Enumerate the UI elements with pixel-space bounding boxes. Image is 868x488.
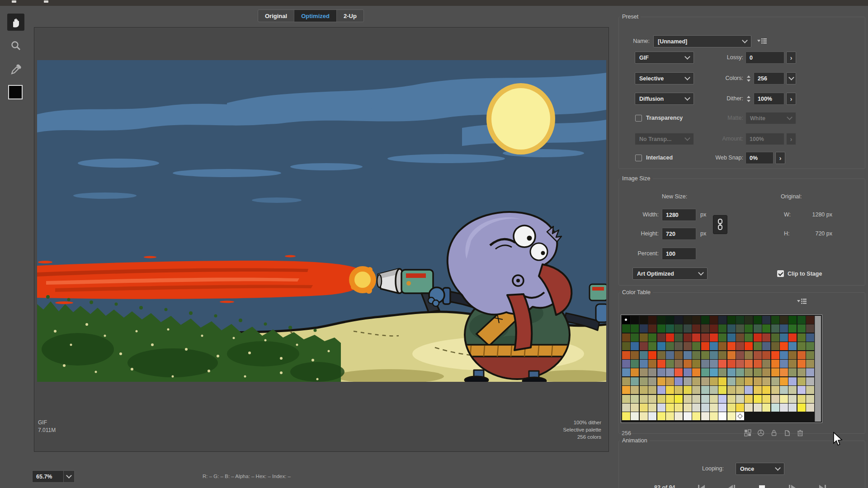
color-swatch[interactable] (675, 412, 683, 420)
color-swatch[interactable] (666, 395, 674, 403)
color-swatch[interactable] (780, 324, 788, 333)
color-swatch[interactable] (754, 368, 762, 376)
color-swatch[interactable] (648, 342, 656, 350)
color-swatch[interactable] (806, 404, 814, 412)
color-swatch[interactable] (788, 368, 797, 376)
color-swatch[interactable] (745, 342, 753, 350)
color-swatch[interactable] (710, 386, 718, 394)
dither-field[interactable]: 100% (754, 93, 784, 105)
dither-slider-button[interactable]: › (786, 93, 796, 105)
color-swatch[interactable] (666, 316, 674, 324)
color-swatch[interactable] (657, 412, 665, 420)
color-swatch[interactable] (797, 395, 806, 403)
color-swatch[interactable] (701, 395, 709, 403)
color-swatch[interactable] (762, 368, 770, 376)
color-swatch[interactable] (727, 360, 736, 368)
color-swatch[interactable] (788, 316, 797, 324)
color-swatch[interactable] (745, 386, 753, 394)
color-swatch[interactable] (771, 360, 779, 368)
color-swatch[interactable] (745, 333, 753, 342)
color-swatch[interactable] (701, 377, 709, 385)
color-swatch[interactable] (736, 404, 744, 412)
color-swatch[interactable] (727, 412, 736, 420)
color-swatch[interactable] (762, 377, 770, 385)
color-table-menu-button[interactable] (797, 298, 807, 306)
color-swatch[interactable] (657, 377, 665, 385)
color-swatch[interactable] (754, 395, 762, 403)
color-swatch[interactable] (657, 368, 665, 376)
color-swatch[interactable] (701, 386, 709, 394)
preview-canvas[interactable]: GIF 7.011M 100% dither Selective palette… (34, 27, 609, 452)
color-swatch[interactable] (684, 360, 692, 368)
stop-button[interactable] (753, 483, 771, 488)
color-swatch[interactable] (648, 351, 656, 359)
color-swatch[interactable] (684, 395, 692, 403)
color-swatch[interactable] (788, 351, 797, 359)
color-swatch[interactable] (718, 351, 726, 359)
color-swatch[interactable] (727, 404, 736, 412)
foreground-color-swatch[interactable] (8, 85, 23, 99)
color-swatch[interactable] (684, 342, 692, 350)
color-swatch[interactable] (701, 333, 709, 342)
zoom-chevron[interactable] (64, 470, 75, 483)
color-swatch[interactable] (692, 368, 700, 376)
color-swatch[interactable] (771, 368, 779, 376)
color-swatch[interactable] (701, 368, 709, 376)
color-swatch[interactable] (701, 316, 709, 324)
color-swatch[interactable] (754, 324, 762, 333)
color-swatch[interactable] (727, 316, 736, 324)
color-swatch[interactable] (622, 333, 630, 342)
color-swatch[interactable] (771, 351, 779, 359)
color-swatch[interactable] (806, 342, 814, 350)
color-swatch[interactable] (754, 360, 762, 368)
transparency-checkbox[interactable] (635, 115, 642, 122)
color-swatch[interactable] (640, 351, 648, 359)
color-swatch[interactable] (736, 395, 744, 403)
first-frame-button[interactable] (692, 483, 710, 488)
color-swatch[interactable] (631, 316, 639, 324)
color-swatch[interactable] (640, 333, 648, 342)
color-swatch[interactable] (780, 404, 788, 412)
color-swatch[interactable] (780, 395, 788, 403)
color-swatch[interactable] (762, 316, 770, 324)
color-swatch[interactable] (640, 386, 648, 394)
color-swatch[interactable] (718, 386, 726, 394)
color-swatch[interactable] (648, 386, 656, 394)
color-swatch[interactable] (797, 404, 806, 412)
color-swatch[interactable] (788, 395, 797, 403)
color-swatch[interactable] (666, 412, 674, 420)
color-swatch[interactable] (727, 342, 736, 350)
color-swatch[interactable] (692, 324, 700, 333)
color-swatch[interactable] (631, 404, 639, 412)
color-swatch[interactable] (806, 395, 814, 403)
eyedropper-tool-button[interactable] (9, 62, 23, 76)
color-swatch[interactable] (762, 351, 770, 359)
color-swatch[interactable] (762, 360, 770, 368)
color-swatch[interactable] (745, 360, 753, 368)
color-swatch[interactable] (718, 342, 726, 350)
color-swatch[interactable] (745, 324, 753, 333)
web-snap-field[interactable]: 0% (745, 152, 774, 164)
color-swatch[interactable] (771, 316, 779, 324)
color-swatch[interactable] (780, 342, 788, 350)
color-swatch[interactable] (788, 404, 797, 412)
color-swatch[interactable] (692, 412, 700, 420)
color-swatch[interactable] (648, 333, 656, 342)
color-swatch[interactable] (622, 324, 630, 333)
color-swatch[interactable] (718, 377, 726, 385)
color-swatch[interactable] (718, 360, 726, 368)
color-swatch[interactable] (666, 404, 674, 412)
color-swatch[interactable] (640, 342, 648, 350)
color-swatch[interactable] (727, 351, 736, 359)
color-swatch[interactable] (675, 368, 683, 376)
color-swatch[interactable] (797, 360, 806, 368)
color-swatch[interactable] (727, 333, 736, 342)
color-swatch[interactable] (631, 324, 639, 333)
color-swatch[interactable] (736, 324, 744, 333)
color-swatch[interactable] (806, 324, 814, 333)
color-swatch[interactable] (701, 324, 709, 333)
color-swatch[interactable] (657, 360, 665, 368)
new-color-icon[interactable] (783, 429, 791, 436)
color-swatch[interactable] (780, 377, 788, 385)
color-swatch[interactable] (701, 360, 709, 368)
